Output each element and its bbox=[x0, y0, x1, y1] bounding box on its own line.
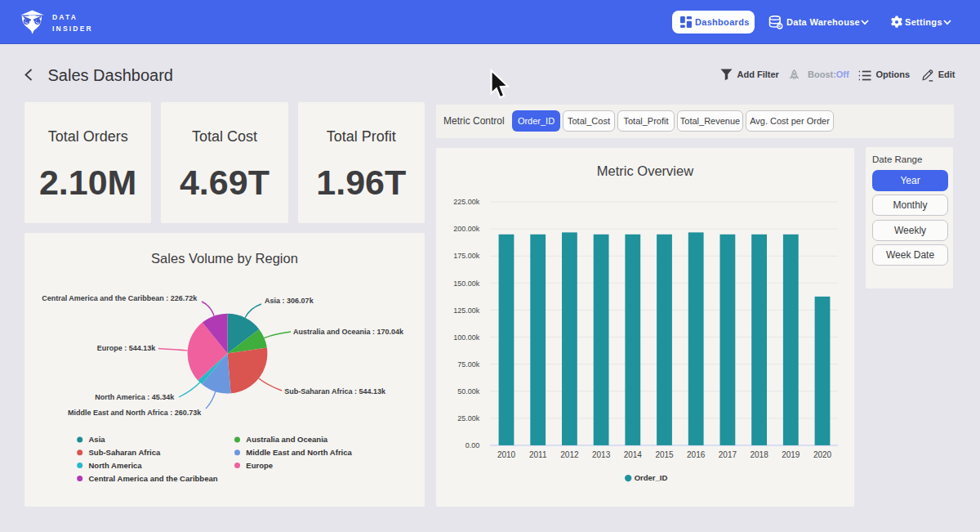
svg-text:Central America and the Caribb: Central America and the Caribbean bbox=[89, 474, 218, 483]
svg-text:25.00k: 25.00k bbox=[457, 414, 480, 422]
svg-text:2018: 2018 bbox=[750, 450, 768, 459]
svg-text:50.00k: 50.00k bbox=[457, 387, 480, 395]
svg-text:100.00k: 100.00k bbox=[453, 333, 480, 341]
svg-text:Middle East and North Africa :: Middle East and North Africa : 260.73k bbox=[68, 409, 202, 417]
svg-text:Europe : 544.13k: Europe : 544.13k bbox=[97, 344, 157, 352]
svg-text:225.00k: 225.00k bbox=[453, 198, 480, 206]
svg-text:Sub-Saharan Africa : 544.13k: Sub-Saharan Africa : 544.13k bbox=[284, 387, 386, 396]
svg-text:2016: 2016 bbox=[687, 450, 706, 459]
svg-text:Australia and Oceania: Australia and Oceania bbox=[246, 435, 328, 444]
svg-text:North America: North America bbox=[89, 461, 143, 470]
svg-text:175.00k: 175.00k bbox=[453, 252, 480, 260]
svg-text:Middle East and North Africa: Middle East and North Africa bbox=[246, 448, 352, 457]
svg-text:Central America and the Caribb: Central America and the Caribbean : 226.… bbox=[42, 294, 198, 302]
svg-text:0.00: 0.00 bbox=[466, 441, 480, 449]
svg-text:2011: 2011 bbox=[529, 450, 547, 459]
svg-text:2012: 2012 bbox=[560, 450, 579, 459]
svg-text:Asia : 306.07k: Asia : 306.07k bbox=[265, 297, 314, 305]
svg-text:150.00k: 150.00k bbox=[453, 279, 480, 287]
svg-text:Order_ID: Order_ID bbox=[635, 473, 668, 482]
svg-text:2014: 2014 bbox=[624, 450, 643, 459]
svg-text:2015: 2015 bbox=[655, 450, 674, 459]
svg-text:Asia: Asia bbox=[89, 435, 106, 444]
svg-text:Metric Overview: Metric Overview bbox=[597, 163, 693, 178]
svg-text:200.00k: 200.00k bbox=[453, 225, 480, 233]
svg-text:125.00k: 125.00k bbox=[453, 306, 480, 314]
svg-text:2019: 2019 bbox=[782, 450, 800, 459]
svg-text:2013: 2013 bbox=[592, 450, 611, 459]
svg-text:Sales Volume by Region: Sales Volume by Region bbox=[151, 251, 298, 266]
svg-text:2020: 2020 bbox=[813, 450, 832, 459]
svg-text:2010: 2010 bbox=[497, 450, 516, 459]
svg-text:Sub-Saharan Africa: Sub-Saharan Africa bbox=[89, 448, 162, 457]
svg-text:Europe: Europe bbox=[246, 461, 273, 470]
svg-text:North America : 45.34k: North America : 45.34k bbox=[95, 393, 175, 401]
svg-text:2017: 2017 bbox=[719, 450, 737, 459]
svg-text:75.00k: 75.00k bbox=[457, 360, 480, 368]
svg-text:Australia and Oceania : 170.04: Australia and Oceania : 170.04k bbox=[293, 328, 404, 336]
